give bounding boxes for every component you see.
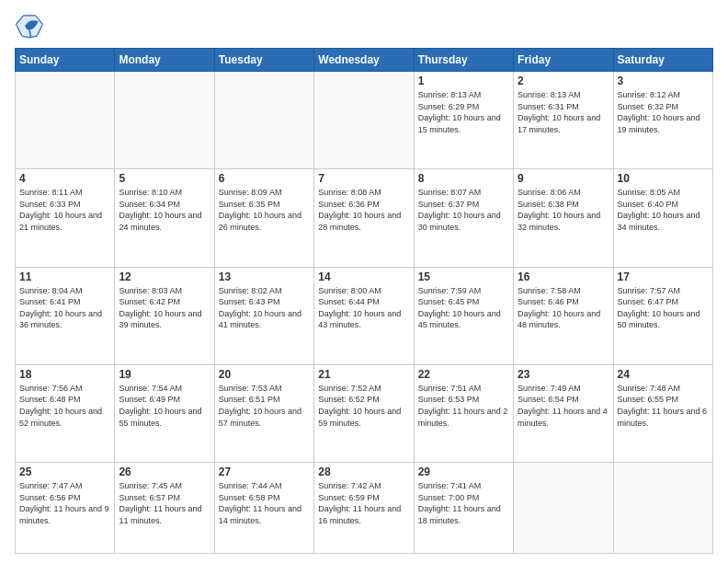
calendar-cell: 14Sunrise: 8:00 AM Sunset: 6:44 PM Dayli… bbox=[314, 267, 414, 364]
calendar-week-4: 18Sunrise: 7:56 AM Sunset: 6:48 PM Dayli… bbox=[16, 364, 713, 462]
day-number: 1 bbox=[418, 75, 509, 87]
day-info: Sunrise: 8:10 AM Sunset: 6:34 PM Dayligh… bbox=[119, 187, 210, 233]
day-info: Sunrise: 8:07 AM Sunset: 6:37 PM Dayligh… bbox=[418, 187, 509, 233]
calendar-cell bbox=[613, 463, 712, 554]
day-info: Sunrise: 7:59 AM Sunset: 6:45 PM Dayligh… bbox=[418, 285, 509, 331]
day-info: Sunrise: 7:56 AM Sunset: 6:48 PM Dayligh… bbox=[19, 383, 110, 429]
day-number: 27 bbox=[219, 465, 310, 478]
weekday-header-sunday: Sunday bbox=[16, 49, 115, 72]
calendar-cell: 3Sunrise: 8:12 AM Sunset: 6:32 PM Daylig… bbox=[613, 72, 712, 169]
day-info: Sunrise: 7:52 AM Sunset: 6:52 PM Dayligh… bbox=[318, 383, 409, 429]
day-info: Sunrise: 8:13 AM Sunset: 6:29 PM Dayligh… bbox=[418, 89, 509, 135]
day-number: 11 bbox=[19, 270, 110, 283]
day-info: Sunrise: 8:13 AM Sunset: 6:31 PM Dayligh… bbox=[518, 89, 609, 135]
calendar-cell: 2Sunrise: 8:13 AM Sunset: 6:31 PM Daylig… bbox=[514, 72, 613, 169]
calendar-table: SundayMondayTuesdayWednesdayThursdayFrid… bbox=[15, 48, 713, 554]
day-number: 25 bbox=[19, 465, 110, 478]
weekday-header-tuesday: Tuesday bbox=[214, 49, 313, 72]
day-number: 14 bbox=[318, 270, 409, 283]
calendar-cell: 23Sunrise: 7:49 AM Sunset: 6:54 PM Dayli… bbox=[514, 364, 613, 462]
calendar-cell: 10Sunrise: 8:05 AM Sunset: 6:40 PM Dayli… bbox=[613, 169, 712, 267]
weekday-header-thursday: Thursday bbox=[414, 49, 513, 72]
calendar-cell: 26Sunrise: 7:45 AM Sunset: 6:57 PM Dayli… bbox=[115, 463, 214, 554]
day-info: Sunrise: 8:09 AM Sunset: 6:35 PM Dayligh… bbox=[219, 187, 310, 233]
day-number: 28 bbox=[318, 465, 409, 478]
page: SundayMondayTuesdayWednesdayThursdayFrid… bbox=[0, 0, 728, 563]
day-info: Sunrise: 8:04 AM Sunset: 6:41 PM Dayligh… bbox=[19, 285, 110, 331]
day-info: Sunrise: 7:51 AM Sunset: 6:53 PM Dayligh… bbox=[418, 383, 509, 429]
calendar-cell: 21Sunrise: 7:52 AM Sunset: 6:52 PM Dayli… bbox=[314, 364, 414, 462]
day-number: 5 bbox=[119, 172, 210, 185]
calendar-cell: 5Sunrise: 8:10 AM Sunset: 6:34 PM Daylig… bbox=[115, 169, 214, 267]
day-number: 7 bbox=[318, 172, 409, 185]
calendar-cell: 13Sunrise: 8:02 AM Sunset: 6:43 PM Dayli… bbox=[214, 267, 313, 364]
calendar-cell: 28Sunrise: 7:42 AM Sunset: 6:59 PM Dayli… bbox=[314, 463, 414, 554]
calendar-cell bbox=[16, 72, 115, 169]
calendar-week-2: 4Sunrise: 8:11 AM Sunset: 6:33 PM Daylig… bbox=[16, 169, 713, 267]
day-info: Sunrise: 7:58 AM Sunset: 6:46 PM Dayligh… bbox=[518, 285, 609, 331]
calendar-cell: 11Sunrise: 8:04 AM Sunset: 6:41 PM Dayli… bbox=[16, 267, 115, 364]
calendar-week-5: 25Sunrise: 7:47 AM Sunset: 6:56 PM Dayli… bbox=[16, 463, 713, 554]
weekday-header-row: SundayMondayTuesdayWednesdayThursdayFrid… bbox=[16, 49, 713, 72]
calendar-cell: 12Sunrise: 8:03 AM Sunset: 6:42 PM Dayli… bbox=[115, 267, 214, 364]
header bbox=[15, 11, 713, 40]
calendar-week-1: 1Sunrise: 8:13 AM Sunset: 6:29 PM Daylig… bbox=[16, 72, 713, 169]
calendar-cell: 18Sunrise: 7:56 AM Sunset: 6:48 PM Dayli… bbox=[16, 364, 115, 462]
day-number: 3 bbox=[618, 75, 709, 87]
calendar-cell: 17Sunrise: 7:57 AM Sunset: 6:47 PM Dayli… bbox=[613, 267, 712, 364]
calendar-cell: 6Sunrise: 8:09 AM Sunset: 6:35 PM Daylig… bbox=[214, 169, 313, 267]
calendar-cell: 15Sunrise: 7:59 AM Sunset: 6:45 PM Dayli… bbox=[414, 267, 513, 364]
day-number: 23 bbox=[518, 368, 609, 381]
day-number: 6 bbox=[219, 172, 310, 185]
calendar-cell bbox=[214, 72, 313, 169]
day-info: Sunrise: 7:48 AM Sunset: 6:55 PM Dayligh… bbox=[618, 383, 709, 429]
day-info: Sunrise: 8:00 AM Sunset: 6:44 PM Dayligh… bbox=[318, 285, 409, 331]
day-number: 21 bbox=[318, 368, 409, 381]
weekday-header-wednesday: Wednesday bbox=[314, 49, 414, 72]
day-number: 4 bbox=[19, 172, 110, 185]
day-info: Sunrise: 7:45 AM Sunset: 6:57 PM Dayligh… bbox=[119, 480, 210, 526]
day-info: Sunrise: 7:57 AM Sunset: 6:47 PM Dayligh… bbox=[618, 285, 709, 331]
day-info: Sunrise: 8:11 AM Sunset: 6:33 PM Dayligh… bbox=[19, 187, 110, 233]
day-number: 17 bbox=[618, 270, 709, 283]
calendar-cell bbox=[514, 463, 613, 554]
weekday-header-friday: Friday bbox=[514, 49, 613, 72]
day-number: 16 bbox=[518, 270, 609, 283]
day-info: Sunrise: 8:12 AM Sunset: 6:32 PM Dayligh… bbox=[618, 89, 709, 135]
day-number: 9 bbox=[518, 172, 609, 185]
calendar-cell: 8Sunrise: 8:07 AM Sunset: 6:37 PM Daylig… bbox=[414, 169, 513, 267]
day-info: Sunrise: 7:42 AM Sunset: 6:59 PM Dayligh… bbox=[318, 480, 409, 526]
day-info: Sunrise: 8:05 AM Sunset: 6:40 PM Dayligh… bbox=[618, 187, 709, 233]
day-number: 13 bbox=[219, 270, 310, 283]
day-number: 20 bbox=[219, 368, 310, 381]
day-number: 8 bbox=[418, 172, 509, 185]
calendar-cell: 16Sunrise: 7:58 AM Sunset: 6:46 PM Dayli… bbox=[514, 267, 613, 364]
calendar-cell: 22Sunrise: 7:51 AM Sunset: 6:53 PM Dayli… bbox=[414, 364, 513, 462]
calendar-cell: 27Sunrise: 7:44 AM Sunset: 6:58 PM Dayli… bbox=[214, 463, 313, 554]
day-info: Sunrise: 8:08 AM Sunset: 6:36 PM Dayligh… bbox=[318, 187, 409, 233]
logo bbox=[15, 11, 48, 40]
day-number: 10 bbox=[618, 172, 709, 185]
weekday-header-saturday: Saturday bbox=[613, 49, 712, 72]
calendar-cell: 24Sunrise: 7:48 AM Sunset: 6:55 PM Dayli… bbox=[613, 364, 712, 462]
weekday-header-monday: Monday bbox=[115, 49, 214, 72]
calendar-cell bbox=[115, 72, 214, 169]
day-number: 2 bbox=[518, 75, 609, 87]
day-info: Sunrise: 7:49 AM Sunset: 6:54 PM Dayligh… bbox=[518, 383, 609, 429]
day-number: 15 bbox=[418, 270, 509, 283]
calendar-cell: 7Sunrise: 8:08 AM Sunset: 6:36 PM Daylig… bbox=[314, 169, 414, 267]
day-number: 24 bbox=[618, 368, 709, 381]
calendar-week-3: 11Sunrise: 8:04 AM Sunset: 6:41 PM Dayli… bbox=[16, 267, 713, 364]
calendar-cell: 29Sunrise: 7:41 AM Sunset: 7:00 PM Dayli… bbox=[414, 463, 513, 554]
day-number: 18 bbox=[19, 368, 110, 381]
day-number: 26 bbox=[119, 465, 210, 478]
calendar-cell: 25Sunrise: 7:47 AM Sunset: 6:56 PM Dayli… bbox=[16, 463, 115, 554]
day-info: Sunrise: 8:03 AM Sunset: 6:42 PM Dayligh… bbox=[119, 285, 210, 331]
day-info: Sunrise: 7:41 AM Sunset: 7:00 PM Dayligh… bbox=[418, 480, 509, 526]
day-info: Sunrise: 7:53 AM Sunset: 6:51 PM Dayligh… bbox=[219, 383, 310, 429]
day-info: Sunrise: 7:54 AM Sunset: 6:49 PM Dayligh… bbox=[119, 383, 210, 429]
day-number: 29 bbox=[418, 465, 509, 478]
calendar-cell: 4Sunrise: 8:11 AM Sunset: 6:33 PM Daylig… bbox=[16, 169, 115, 267]
calendar-cell: 1Sunrise: 8:13 AM Sunset: 6:29 PM Daylig… bbox=[414, 72, 513, 169]
day-number: 22 bbox=[418, 368, 509, 381]
